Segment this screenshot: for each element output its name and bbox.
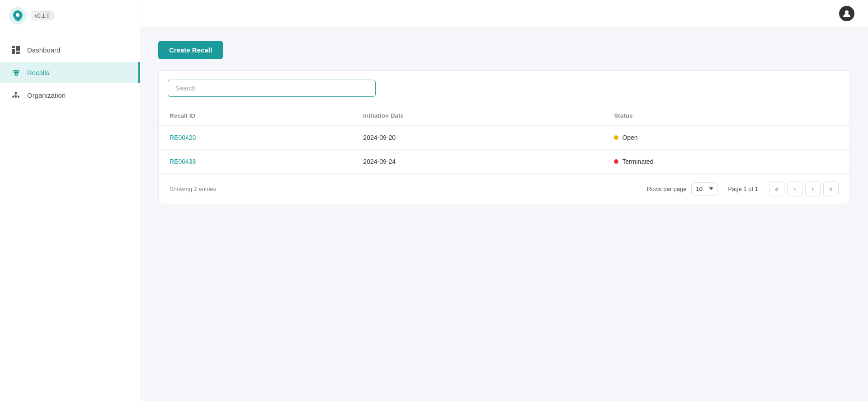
col-status: Status [603,106,849,126]
svg-point-19 [845,10,849,14]
status-dot [614,135,618,140]
recall-id-link[interactable]: RE00420 [170,134,196,141]
main-content: Create Recall Recall ID Initiation Date … [140,0,868,401]
svg-rect-3 [12,49,15,54]
status-dot [614,159,618,164]
recall-id-link[interactable]: RE00438 [170,158,196,165]
table-header-row: Recall ID Initiation Date Status [159,106,849,126]
svg-point-1 [16,13,19,17]
status-text: Open [622,134,637,141]
col-initiation-date: Initiation Date [352,106,603,126]
pagination: « ‹ › » [769,181,839,196]
sidebar-item-organization[interactable]: Organization [0,85,140,105]
last-page-button[interactable]: » [823,181,839,196]
first-page-button[interactable]: « [769,181,784,196]
table-row: RE004202024-09-20Open [159,126,849,150]
prev-page-button[interactable]: ‹ [787,181,802,196]
svg-line-11 [15,73,16,73]
recalls-table: Recall ID Initiation Date Status RE00420… [159,106,849,173]
recalls-icon [11,67,21,77]
sidebar-nav: Dashboard Recalls [0,32,140,113]
recalls-table-container: Recall ID Initiation Date Status RE00420… [158,70,850,204]
dashboard-icon [11,45,21,55]
showing-entries: Showing 2 entries [170,186,216,192]
svg-rect-2 [12,46,15,48]
topbar [140,0,868,27]
svg-rect-5 [16,52,20,54]
sidebar-header: v0.1.0 [0,0,140,32]
sidebar-item-organization-label: Organization [27,91,66,99]
create-recall-button[interactable]: Create Recall [158,41,223,59]
rows-per-page-label: Rows per page [647,186,686,192]
rows-per-page-section: Rows per page 10 25 50 100 [647,182,717,196]
user-avatar[interactable] [839,6,854,21]
pagination-footer: Rows per page 10 25 50 100 Page 1 of 1 «… [647,181,839,196]
table-footer: Showing 2 entries Rows per page 10 25 50… [159,173,849,204]
status-text: Terminated [622,158,653,165]
initiation-date-cell: 2024-09-20 [352,126,603,150]
svg-point-8 [15,73,18,76]
table-body: RE004202024-09-20OpenRE004382024-09-24Te… [159,126,849,174]
status-cell: Open [603,126,849,150]
search-input[interactable] [168,80,376,97]
svg-point-7 [17,71,19,73]
sidebar-item-dashboard[interactable]: Dashboard [0,39,140,60]
svg-point-12 [15,92,17,95]
next-page-button[interactable]: › [805,181,821,196]
page-info: Page 1 of 1 [728,186,759,192]
col-recall-id: Recall ID [159,106,352,126]
sidebar-item-dashboard-label: Dashboard [27,46,60,54]
svg-rect-4 [16,46,20,51]
sidebar: v0.1.0 Dashboard [0,0,140,401]
initiation-date-cell: 2024-09-24 [352,150,603,174]
table-head: Recall ID Initiation Date Status [159,106,849,126]
recall-id-cell: RE00438 [159,150,352,174]
app-logo [9,7,26,24]
rows-per-page-select[interactable]: 10 25 50 100 [691,182,717,196]
recall-id-cell: RE00420 [159,126,352,150]
sidebar-item-recalls-label: Recalls [27,69,49,76]
table-row: RE004382024-09-24Terminated [159,150,849,174]
content-area: Create Recall Recall ID Initiation Date … [140,27,868,401]
search-wrap [159,71,849,97]
sidebar-item-recalls[interactable]: Recalls [0,62,140,83]
status-cell: Terminated [603,150,849,174]
version-badge: v0.1.0 [31,11,54,20]
organization-icon [11,90,21,100]
